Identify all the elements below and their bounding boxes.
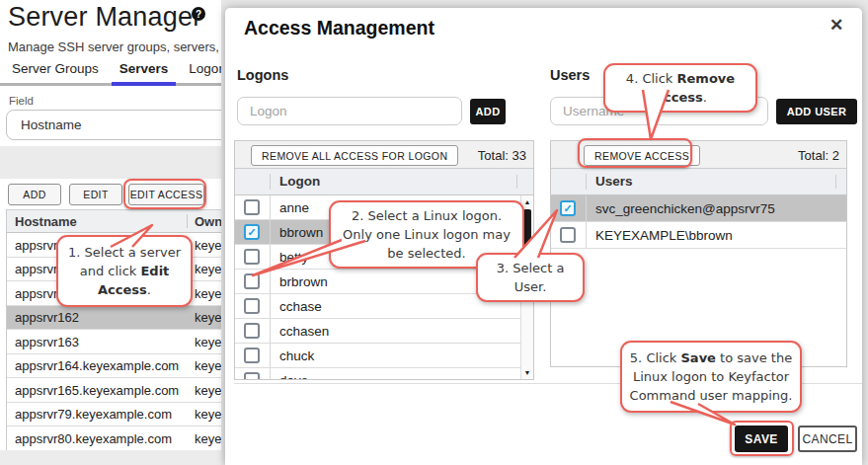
cancel-button[interactable]: CANCEL [798,426,857,452]
checkbox[interactable] [244,323,260,339]
column-hostname: Hostname [15,214,77,229]
add-button[interactable]: ADD [8,184,61,205]
checkbox[interactable]: ✓ [244,224,260,240]
owner-cell: keye [195,237,221,252]
list-item[interactable]: cchasen [235,319,520,344]
tab-servers[interactable]: Servers [118,61,171,83]
checkbox[interactable] [244,348,260,363]
hostname-cell: appsrvr165.keyexample.com [15,382,179,397]
checkbox[interactable] [244,372,260,379]
help-icon[interactable]: ? [192,7,205,21]
checkbox[interactable] [244,199,260,215]
checkbox[interactable]: ✓ [560,200,576,216]
users-list: REMOVE ACCESS Total: 2 Users ✓ svc_green… [550,140,847,367]
logons-column-header: Logon [235,169,533,195]
users-heading: Users [550,67,590,83]
list-item-label: KEYEXAMPLE\bbrown [595,228,733,243]
remove-access-button[interactable]: REMOVE ACCESS [584,145,700,166]
hostname-cell: appsrvr164.keyexample.com [15,358,179,373]
list-item-label: cchase [279,299,322,314]
remove-all-access-button[interactable]: REMOVE ALL ACCESS FOR LOGON [251,145,458,166]
list-item-label: dave [279,373,308,380]
tab-label: Server Groups [12,61,99,76]
owner-cell: keye [195,334,221,349]
close-icon[interactable]: ✕ [829,15,843,36]
scroll-up-icon[interactable]: ▲ [521,198,533,205]
logons-column-label: Logon [279,174,320,189]
owner-cell: keye [195,358,221,373]
callout-step-3: 3. Select a User. [476,253,585,302]
hostname-cell: appsrvr79.keyexample.com [15,407,172,422]
list-item[interactable]: KEYEXAMPLE\bbrown [551,222,846,249]
owner-cell: keye [195,382,221,397]
table-footer-strip [0,450,225,465]
users-total: Total: 2 [798,148,839,163]
users-column-label: Users [595,174,633,189]
list-item[interactable]: chuck [235,344,520,368]
list-item[interactable]: ✓ svc_greenchicken@appsrvr75 [551,195,846,222]
edit-button[interactable]: EDIT [69,184,122,205]
tab-server-groups[interactable]: Server Groups [10,61,101,83]
list-item-label: cchasen [279,324,329,339]
tab-label: Servers [119,61,169,76]
checkbox[interactable] [560,227,576,243]
users-list-toolbar: REMOVE ACCESS Total: 2 [551,141,846,169]
logons-total: Total: 33 [478,148,526,163]
screen: Server Manager ? Manage SSH server group… [0,0,868,465]
list-item-label: brbrown [279,274,328,289]
logons-list-toolbar: REMOVE ALL ACCESS FOR LOGON Total: 33 [235,141,533,169]
checkbox[interactable] [244,273,260,289]
add-logon-button[interactable]: ADD [470,99,506,124]
list-item-label: anne [279,200,309,215]
list-item-label: bbrown [279,225,323,240]
callout-step-5: 5. Click Save to save the Linux logon to… [620,341,802,413]
callout-step-1: 1. Select a server and click Edit Access… [56,235,193,307]
callout-step-4: 4. Click Remove Access. [603,63,757,113]
checkbox[interactable] [244,249,260,265]
hostname-cell: appsrvr163 [15,334,79,349]
hostname-cell: appsrvr162 [15,310,79,325]
checkbox[interactable] [244,298,260,314]
owner-cell: keye [195,430,221,445]
owner-cell: keye [195,262,221,276]
field-label: Field [9,95,34,107]
list-item-label: chuck [279,349,314,363]
owner-cell: keye [195,285,221,300]
list-item[interactable]: dave [235,368,520,379]
owner-cell: keye [195,407,221,422]
logons-heading: Logons [237,67,288,83]
scroll-down-icon[interactable]: ▼ [521,369,533,376]
page-subtitle: Manage SSH server groups, servers, a [8,39,230,54]
list-item-label: betty [279,250,308,265]
save-button[interactable]: SAVE [735,426,788,452]
scrollbar-thumb[interactable] [523,209,531,255]
dialog-title: Access Management [244,17,434,39]
edit-access-button[interactable]: EDIT ACCESS [128,184,204,205]
add-user-button[interactable]: ADD USER [776,99,857,124]
logon-input[interactable] [237,97,462,125]
users-column-header: Users [551,169,846,195]
owner-cell: keye [195,310,221,325]
list-item-label: svc_greenchicken@appsrvr75 [595,201,775,216]
hostname-cell: appsrvr80.keyexample.com [15,430,172,445]
page-title: Server Manager [8,2,201,33]
